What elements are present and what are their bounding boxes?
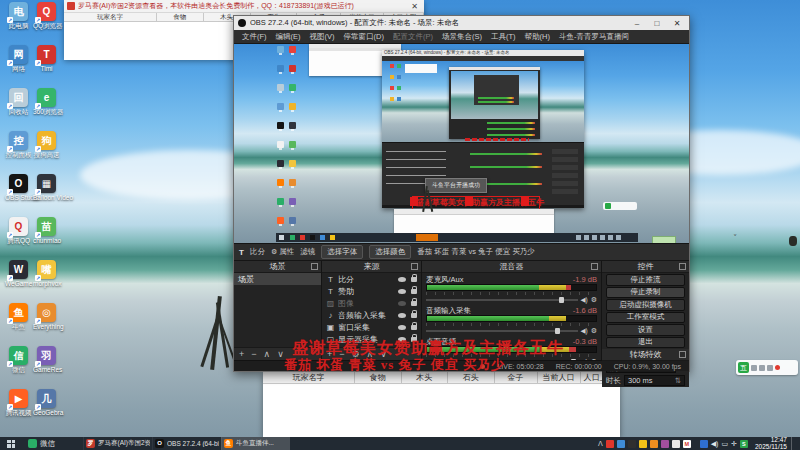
mixer-gear-icon[interactable]: ⚙: [591, 358, 597, 361]
dock-float-icon[interactable]: [311, 263, 318, 270]
duration-field[interactable]: 300 ms⇅: [624, 375, 685, 386]
tray-icon-5[interactable]: [661, 440, 669, 448]
visibility-eye-icon[interactable]: [398, 325, 406, 330]
taskbar-wechat-button[interactable]: 微信: [22, 437, 61, 450]
source-row-音频输入采集[interactable]: ♪音频输入采集: [322, 309, 421, 321]
desktop-icon-Balloon Video[interactable]: ▦↗Balloon Video: [33, 174, 60, 201]
controls-dock-header[interactable]: 控件: [602, 261, 689, 273]
dock-float-icon[interactable]: [411, 263, 418, 270]
source-row-图像[interactable]: ▨图像: [322, 297, 421, 309]
controls-退出-button[interactable]: 退出: [606, 337, 685, 349]
volume-icon[interactable]: ◀): [711, 440, 719, 448]
desktop-icon-控制面板[interactable]: 控↗控制面板: [5, 131, 32, 158]
sources-list[interactable]: T比分T赞助▨图像♪音频输入采集▣窗口采集▢显示器采集: [322, 273, 421, 347]
taskbar-button-OBS 27.2.4 (64-bi...[interactable]: OOBS 27.2.4 (64-bi...: [152, 437, 221, 450]
speaker-icon[interactable]: ◀): [581, 358, 588, 361]
slider-handle[interactable]: [571, 359, 576, 361]
floating-widget[interactable]: 五: [736, 360, 798, 375]
tray-icon-4[interactable]: [650, 440, 658, 448]
sources-dock-header[interactable]: 来源: [322, 261, 421, 273]
desktop-icon-Everything[interactable]: ◎↗Everything: [33, 303, 60, 330]
minimize-icon[interactable]: –: [629, 19, 645, 28]
scenes-list[interactable]: 场景: [234, 273, 321, 347]
spinner-icon[interactable]: ⇅: [675, 376, 681, 385]
speaker-icon[interactable]: ◀): [581, 327, 588, 335]
visibility-eye-icon[interactable]: [398, 277, 406, 282]
scenes-dock-header[interactable]: 场景: [234, 261, 321, 273]
dock-float-icon[interactable]: [679, 263, 686, 270]
desktop-icon-morphvox[interactable]: 嘴↗morphvox: [33, 260, 60, 287]
slider-handle[interactable]: [555, 328, 560, 334]
tray-icon-3[interactable]: [639, 440, 647, 448]
controls-停止推流-button[interactable]: 停止推流: [606, 274, 685, 286]
lock-icon[interactable]: [411, 289, 417, 294]
desktop-icon-Timi[interactable]: T↗Timi: [33, 45, 60, 72]
tray-icon-6[interactable]: [672, 440, 680, 448]
desktop-icon-QQ浏览器[interactable]: Q↗QQ浏览器: [33, 2, 60, 29]
widget-icon[interactable]: [767, 365, 773, 371]
visibility-eye-icon[interactable]: [398, 289, 406, 294]
tray-icon-0[interactable]: [606, 440, 614, 448]
start-button[interactable]: [0, 437, 22, 450]
tray-icon-7[interactable]: M: [683, 440, 691, 448]
lock-icon[interactable]: [411, 277, 417, 282]
controls-设置-button[interactable]: 设置: [606, 324, 685, 336]
lock-icon[interactable]: [411, 325, 417, 330]
taskbar-button-斗鱼直播伴...[interactable]: 鱼斗鱼直播伴...: [221, 437, 290, 450]
selection-handle[interactable]: [465, 197, 473, 206]
close-icon[interactable]: ✕: [408, 2, 421, 11]
desktop-icon-OBS Studio[interactable]: O↗OBS Studio: [5, 174, 32, 201]
tray-icon-1[interactable]: [617, 440, 625, 448]
selection-handle[interactable]: [410, 197, 418, 206]
ime-icon[interactable]: S: [740, 440, 748, 448]
dock-float-icon[interactable]: [591, 263, 598, 270]
visibility-eye-icon[interactable]: [398, 313, 406, 318]
taskbar-button-罗马赛(AI)帝国2资...[interactable]: 罗罗马赛(AI)帝国2资...: [83, 437, 152, 450]
desktop-icon-GameRes[interactable]: 羽↗GameRes: [33, 346, 60, 373]
lock-icon[interactable]: [411, 301, 417, 306]
widget-icon[interactable]: [751, 365, 757, 371]
source-row-窗口采集[interactable]: ▣窗口采集: [322, 321, 421, 333]
transitions-dock-header[interactable]: 转场特效: [602, 349, 689, 361]
menu-斗鱼-青青罗马直播间[interactable]: 斗鱼-青青罗马直播间: [555, 32, 633, 42]
menu-工具(T)[interactable]: 工具(T): [487, 32, 520, 42]
widget-icon[interactable]: [759, 365, 765, 371]
select-font-button[interactable]: 选择字体: [321, 245, 363, 259]
show-desktop-button[interactable]: [795, 437, 798, 450]
scenes-tool-∧[interactable]: ∧: [264, 349, 271, 359]
controls-停止录制-button[interactable]: 停止录制: [606, 287, 685, 299]
volume-slider[interactable]: [426, 299, 578, 301]
visibility-eye-icon[interactable]: [398, 301, 406, 306]
desktop-icon-GeoGebra[interactable]: 几↗GeoGebra: [33, 389, 60, 416]
source-row-赞助[interactable]: T赞助: [322, 285, 421, 297]
maximize-icon[interactable]: □: [649, 19, 665, 28]
close-icon[interactable]: ✕: [669, 19, 685, 28]
obs-titlebar[interactable]: OBS 27.2.4 (64-bit, windows) - 配置文件: 未命名…: [234, 16, 689, 30]
controls-工作室模式-button[interactable]: 工作室模式: [606, 312, 685, 324]
scene-item[interactable]: 场景: [234, 273, 321, 285]
resource-viewer-titlebar[interactable]: 罗马赛(AI)帝国2资源查看器，本软件由迪奥会长免费制作，QQ：41873389…: [64, 0, 424, 13]
tray-icon-2[interactable]: [628, 440, 636, 448]
scenes-tool-−[interactable]: −: [251, 349, 256, 359]
widget-badge[interactable]: 五: [738, 362, 749, 373]
desktop-icon-搜狗高速[interactable]: 狗↗搜狗高速: [33, 131, 60, 158]
desktop-icon-chunmiao[interactable]: 苗↗chunmiao: [33, 217, 60, 244]
tray-network-icon[interactable]: [700, 440, 708, 448]
desktop-icon-腾讯视频[interactable]: ▶↗腾讯视频: [5, 389, 32, 416]
mixer-gear-icon[interactable]: ⚙: [591, 296, 597, 304]
desktop-icon-360浏览器[interactable]: e↗360浏览器: [33, 88, 60, 115]
controls-启动虚拟摄像机-button[interactable]: 启动虚拟摄像机: [606, 299, 685, 311]
menu-文件(F)[interactable]: 文件(F): [238, 32, 271, 42]
desktop-icon-WeGame[interactable]: W↗WeGame: [5, 260, 32, 287]
menu-配置文件(P)[interactable]: 配置文件(P): [389, 32, 437, 42]
desktop-icon-腾讯QQ[interactable]: Q↗腾讯QQ: [5, 217, 32, 244]
action-center-icon[interactable]: ✛: [731, 440, 737, 448]
selection-handle[interactable]: [521, 197, 529, 206]
mixer-dock-header[interactable]: 混音器: [422, 261, 601, 273]
desktop-icon-微信[interactable]: 信↗微信: [5, 346, 32, 373]
obs-preview-canvas[interactable]: OBS 27.2.4 (64-bit, windows) - 配置文件: 未命名…: [234, 44, 689, 243]
filters-button[interactable]: 滤镜: [300, 247, 315, 257]
speaker-icon[interactable]: ◀): [581, 296, 588, 304]
desktop-icon-此电脑[interactable]: 电↗此电脑: [5, 2, 32, 29]
mixer-gear-icon[interactable]: ⚙: [591, 327, 597, 335]
